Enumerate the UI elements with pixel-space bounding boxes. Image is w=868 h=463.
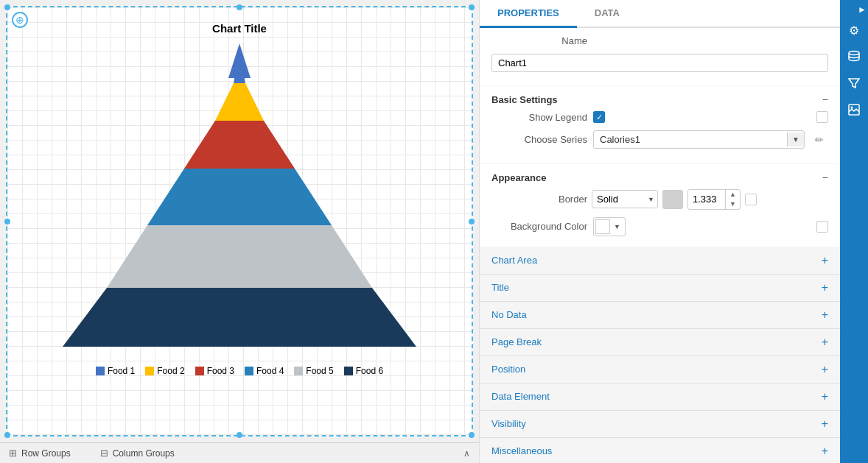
move-icon[interactable]: ⊕ xyxy=(12,12,28,28)
collapsible-list: Chart Area + Title + No Data + Page Brea… xyxy=(480,247,840,463)
collapsible-section-chart-area[interactable]: Chart Area + xyxy=(480,247,840,275)
sidebar-expand[interactable]: ► xyxy=(858,4,867,15)
show-legend-label: Show Legend xyxy=(491,112,587,123)
collapsible-title-0: Chart Area xyxy=(491,255,537,266)
name-input[interactable] xyxy=(491,54,828,72)
image-edit-button[interactable] xyxy=(841,97,867,122)
bottom-bar: ⊞ Row Groups ⊟ Column Groups ∧ xyxy=(0,442,479,463)
show-legend-extra-checkbox[interactable] xyxy=(816,111,828,123)
handle-bot-center[interactable] xyxy=(237,432,242,438)
filter-button[interactable] xyxy=(841,71,867,96)
appearance-title: Appearance xyxy=(491,172,546,183)
border-style-value: Solid xyxy=(592,191,645,208)
legend-label-food4: Food 4 xyxy=(256,366,284,376)
name-section: Name xyxy=(480,28,840,85)
handle-mid-left[interactable] xyxy=(4,219,10,225)
legend-color-food1 xyxy=(96,367,105,375)
collapsible-plus-0: + xyxy=(822,254,828,267)
tab-properties[interactable]: PROPERTIES xyxy=(480,0,577,28)
collapsible-title-4: Position xyxy=(491,364,525,375)
appearance-section: Appearance − Border Solid ▼ 1.333 ▲ ▼ xyxy=(480,164,840,247)
column-groups-item: ⊟ Column Groups xyxy=(100,448,175,459)
handle-top-center[interactable] xyxy=(237,4,242,10)
column-groups-label: Column Groups xyxy=(113,448,175,459)
border-row: Border Solid ▼ 1.333 ▲ ▼ xyxy=(491,189,828,210)
panel-tabs: PROPERTIES DATA xyxy=(480,0,840,28)
bg-color-label: Background Color xyxy=(491,221,587,232)
bg-color-arrow[interactable]: ▼ xyxy=(612,223,623,230)
border-width-up[interactable]: ▲ xyxy=(726,190,740,199)
legend-item-food1: Food 1 xyxy=(96,366,135,376)
legend-label-food6: Food 6 xyxy=(356,366,383,376)
basic-settings-collapse[interactable]: − xyxy=(822,93,828,105)
bottom-bar-collapse[interactable]: ∧ xyxy=(463,448,470,459)
collapsible-title-1: Title xyxy=(491,282,509,293)
legend-color-food3 xyxy=(195,367,204,375)
collapsible-title-2: No Data xyxy=(491,309,527,320)
svg-marker-3 xyxy=(184,121,295,169)
column-groups-icon: ⊟ xyxy=(100,448,108,459)
tab-data[interactable]: DATA xyxy=(577,0,637,28)
database-button[interactable] xyxy=(841,44,867,69)
border-checkbox[interactable] xyxy=(745,194,757,205)
handle-top-left[interactable] xyxy=(4,4,10,10)
collapsible-title-3: Page Break xyxy=(491,336,542,347)
choose-series-select[interactable]: Calories1 ▼ xyxy=(593,130,805,149)
name-label: Name xyxy=(491,35,587,46)
legend-color-food6 xyxy=(344,367,353,375)
properties-panel: PROPERTIES DATA Name Basic Settings − xyxy=(479,0,840,463)
collapsible-plus-2: + xyxy=(822,308,828,322)
chart-legend: Food 1 Food 2 Food 3 Food 4 Food 5 xyxy=(96,366,383,376)
handle-mid-right[interactable] xyxy=(469,219,475,225)
border-label: Border xyxy=(491,194,587,205)
name-row: Name xyxy=(491,35,828,46)
collapsible-section-position[interactable]: Position + xyxy=(480,356,840,384)
legend-item-food2: Food 2 xyxy=(145,366,184,376)
choose-series-value: Calories1 xyxy=(594,131,787,148)
border-width-input[interactable]: 1.333 ▲ ▼ xyxy=(687,189,741,210)
collapsible-title-7: Miscellaneous xyxy=(491,445,552,456)
appearance-collapse[interactable]: − xyxy=(822,172,828,183)
row-groups-item: ⊞ Row Groups xyxy=(9,448,71,459)
collapsible-section-data-element[interactable]: Data Element + xyxy=(480,384,840,411)
collapsible-section-miscellaneous[interactable]: Miscellaneous + xyxy=(480,438,840,463)
collapsible-plus-3: + xyxy=(822,336,828,349)
svg-marker-6 xyxy=(228,43,251,78)
collapsible-section-title[interactable]: Title + xyxy=(480,275,840,302)
border-style-arrow[interactable]: ▼ xyxy=(645,193,657,206)
legend-item-food5: Food 5 xyxy=(294,366,333,376)
basic-settings-section: Basic Settings − Show Legend ✓ Choose Se… xyxy=(480,86,840,163)
legend-item-food6: Food 6 xyxy=(344,366,383,376)
collapsible-section-no-data[interactable]: No Data + xyxy=(480,302,840,329)
legend-color-food4 xyxy=(245,367,253,375)
legend-label-food3: Food 3 xyxy=(207,366,234,376)
choose-series-arrow[interactable]: ▼ xyxy=(787,132,804,146)
handle-top-right[interactable] xyxy=(469,4,475,10)
legend-item-food4: Food 4 xyxy=(245,366,284,376)
collapsible-plus-5: + xyxy=(822,390,828,403)
bg-color-checkbox[interactable] xyxy=(816,221,828,233)
row-groups-icon: ⊞ xyxy=(9,448,17,459)
border-width-spinners: ▲ ▼ xyxy=(725,190,740,209)
collapsible-plus-6: + xyxy=(822,417,828,431)
collapsible-section-page-break[interactable]: Page Break + xyxy=(480,329,840,356)
chart-title: Chart Title xyxy=(212,22,267,35)
border-color-swatch[interactable] xyxy=(662,190,683,209)
border-width-down[interactable]: ▼ xyxy=(726,199,740,209)
handle-bot-left[interactable] xyxy=(4,432,10,438)
bg-color-swatch-inner xyxy=(595,219,610,234)
series-edit-button[interactable]: ✏ xyxy=(811,131,828,149)
settings-button[interactable]: ⚙ xyxy=(841,18,867,43)
svg-point-7 xyxy=(849,52,859,55)
collapsible-section-visibility[interactable]: Visibility + xyxy=(480,411,840,438)
border-style-select[interactable]: Solid ▼ xyxy=(592,190,658,208)
svg-marker-0 xyxy=(63,288,416,347)
svg-marker-2 xyxy=(147,169,332,225)
handle-bot-right[interactable] xyxy=(469,432,475,438)
show-legend-checkbox[interactable]: ✓ xyxy=(593,111,605,123)
row-groups-label: Row Groups xyxy=(21,448,71,459)
legend-color-food2 xyxy=(145,367,154,375)
bg-color-row: Background Color ▼ xyxy=(491,217,828,236)
legend-label-food2: Food 2 xyxy=(157,366,184,376)
bg-color-picker[interactable]: ▼ xyxy=(593,217,626,236)
